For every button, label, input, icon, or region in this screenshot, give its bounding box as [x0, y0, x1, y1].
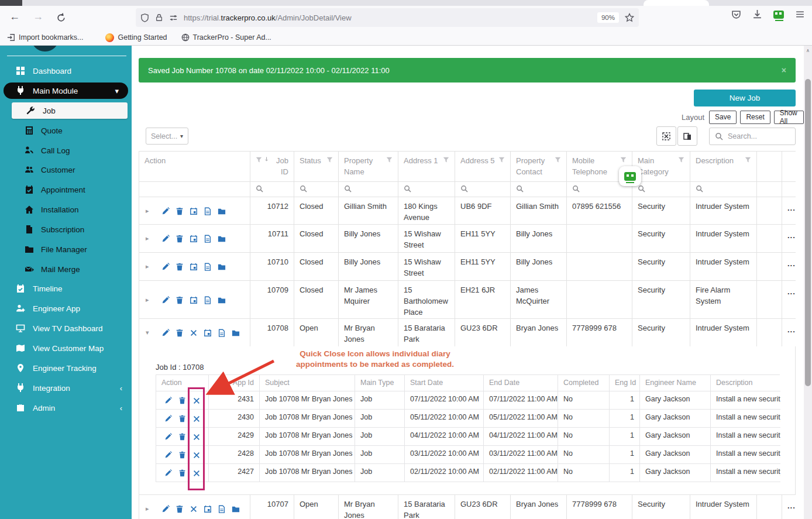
- sidebar-item-engineer-app[interactable]: Engineer App: [0, 300, 132, 317]
- calendar-icon[interactable]: [204, 329, 212, 337]
- sidebar-item-mail-merge[interactable]: Mail Merge: [0, 261, 132, 277]
- edit-icon[interactable]: [161, 207, 170, 215]
- appointment-row[interactable]: 2430 Job 10708 Mr Bryan Jones Job 05/11/…: [156, 410, 780, 428]
- filter-icon[interactable]: [498, 157, 505, 163]
- row-menu-button[interactable]: ...: [782, 197, 796, 225]
- row-menu-button[interactable]: ...: [782, 253, 796, 281]
- table-row[interactable]: ▸ 10712 Closed Gillian Smith 180 Kings A…: [139, 197, 796, 225]
- reload-icon[interactable]: [56, 13, 66, 23]
- sidebar-item-view-tv-dashboard[interactable]: View TV Dashboard: [0, 320, 132, 336]
- calendar-icon[interactable]: [190, 263, 198, 271]
- filter-cell[interactable]: [398, 182, 455, 197]
- sidebar-item-main-module[interactable]: Main Module ▾: [4, 83, 128, 99]
- document-icon[interactable]: [204, 207, 212, 215]
- edit-icon[interactable]: [161, 329, 170, 337]
- header-description[interactable]: Description: [690, 152, 757, 182]
- column-chooser-button[interactable]: [677, 126, 697, 146]
- table-row[interactable]: ▸ 10710 Closed Billy Jones 15 Wishaw Str…: [139, 253, 796, 281]
- filter-icon[interactable]: [620, 157, 627, 163]
- permissions-icon[interactable]: [169, 13, 178, 22]
- edit-icon[interactable]: [161, 263, 170, 271]
- sidebar-item-installation[interactable]: Installation: [0, 201, 132, 218]
- scroll-up-arrow[interactable]: ∧: [804, 48, 812, 53]
- header-address1[interactable]: Address 1: [398, 152, 455, 182]
- sidebar-item-timeline[interactable]: Timeline: [0, 280, 132, 297]
- delete-icon[interactable]: [176, 263, 184, 271]
- document-icon[interactable]: [218, 505, 226, 513]
- pocket-icon[interactable]: [731, 9, 741, 19]
- folder-icon[interactable]: [218, 296, 226, 304]
- edit-icon[interactable]: [164, 397, 172, 404]
- sidebar-item-appointment[interactable]: Appointment: [0, 181, 132, 198]
- scrollbar-thumb[interactable]: [805, 79, 811, 386]
- delete-icon[interactable]: [178, 397, 186, 404]
- forward-button[interactable]: →: [30, 11, 46, 23]
- calendar-icon[interactable]: [190, 207, 198, 215]
- appointment-row[interactable]: 2427 Job 10708 Mr Bryan Jones Job 02/11/…: [156, 464, 780, 482]
- bookmark-star-icon[interactable]: [625, 13, 634, 22]
- show-all-button[interactable]: Show All: [774, 111, 804, 124]
- browser-tab[interactable]: [644, 0, 709, 6]
- header-address5[interactable]: Address 5: [455, 152, 511, 182]
- filter-icon[interactable]: [443, 157, 449, 163]
- select-dropdown[interactable]: Select... ▾: [146, 128, 188, 145]
- download-icon[interactable]: [752, 9, 762, 19]
- filter-icon[interactable]: [745, 157, 751, 163]
- filter-icon[interactable]: [326, 157, 333, 163]
- sidebar-item-view-customer-map[interactable]: View Customer Map: [0, 340, 132, 356]
- sidebar-item-admin[interactable]: Admin ‹: [0, 400, 132, 416]
- delete-icon[interactable]: [176, 207, 184, 215]
- appointment-row[interactable]: 2428 Job 10708 Mr Bryan Jones Job 03/11/…: [156, 446, 780, 464]
- expand-icon[interactable]: ▸: [146, 234, 152, 243]
- header-job-id[interactable]: Job ID: [250, 152, 294, 182]
- folder-icon[interactable]: [218, 207, 226, 215]
- row-menu-button[interactable]: ...: [782, 319, 796, 347]
- delete-icon[interactable]: [178, 415, 186, 422]
- edit-icon[interactable]: [164, 469, 172, 477]
- filter-icon[interactable]: [386, 157, 393, 163]
- filter-cell[interactable]: [339, 182, 398, 197]
- row-menu-button[interactable]: ...: [782, 225, 796, 253]
- back-button[interactable]: ←: [7, 11, 22, 23]
- lock-icon[interactable]: [155, 13, 163, 22]
- roboform-extension-icon[interactable]: [773, 11, 784, 19]
- table-row[interactable]: ▸ 10709 Closed Mr James Mquirer 15 Barth…: [139, 281, 796, 319]
- expand-icon[interactable]: ▸: [146, 262, 152, 271]
- expand-icon[interactable]: ▸: [146, 295, 152, 305]
- table-row[interactable]: ▸ 10707 Open Mr Bryan Jones 15 Barataria…: [139, 495, 796, 519]
- table-row[interactable]: ▸ 10711 Closed Billy Jones 15 Wishaw Str…: [139, 225, 796, 253]
- filter-cell[interactable]: [294, 182, 339, 197]
- quick-close-icon[interactable]: [190, 505, 198, 513]
- url-bar[interactable]: https://trial.trackerpro.co.uk/Admin/Job…: [136, 8, 639, 27]
- calendar-icon[interactable]: [204, 505, 212, 513]
- expand-icon[interactable]: ▸: [146, 504, 152, 514]
- folder-icon[interactable]: [218, 235, 226, 243]
- filter-cell[interactable]: [632, 182, 690, 197]
- collapse-icon[interactable]: ▾: [146, 328, 152, 338]
- save-button[interactable]: Save: [709, 111, 737, 124]
- filter-icon[interactable]: [555, 157, 561, 163]
- sidebar-item-integration[interactable]: Integration ‹: [0, 380, 132, 396]
- edit-icon[interactable]: [164, 415, 172, 422]
- delete-icon[interactable]: [176, 505, 184, 513]
- sidebar-item-job[interactable]: Job: [12, 102, 128, 119]
- document-icon[interactable]: [204, 263, 212, 271]
- expand-icon[interactable]: ▸: [146, 207, 152, 216]
- search-input[interactable]: [728, 132, 786, 140]
- document-icon[interactable]: [218, 329, 226, 337]
- bookmark-trackerpro[interactable]: TrackerPro - Super Ad...: [181, 33, 271, 42]
- sidebar-item-subscription[interactable]: Subscription: [0, 221, 132, 238]
- delete-icon[interactable]: [176, 235, 184, 243]
- header-property-contact[interactable]: Property Contact: [511, 152, 567, 182]
- filter-cell[interactable]: [690, 182, 757, 197]
- delete-icon[interactable]: [176, 329, 184, 337]
- calendar-icon[interactable]: [190, 235, 198, 243]
- delete-icon[interactable]: [178, 451, 186, 459]
- vertical-scrollbar[interactable]: ∧: [804, 46, 812, 519]
- filter-icon[interactable]: [678, 157, 684, 163]
- header-status[interactable]: Status: [294, 152, 339, 182]
- sidebar-item-file-manager[interactable]: File Manager: [0, 241, 132, 257]
- table-row-expanded[interactable]: ▾ 10708 Open Mr Bryan Jones 15 Barataria…: [139, 319, 796, 347]
- bookmark-getting-started[interactable]: Getting Started: [105, 33, 167, 42]
- reset-button[interactable]: Reset: [740, 111, 770, 124]
